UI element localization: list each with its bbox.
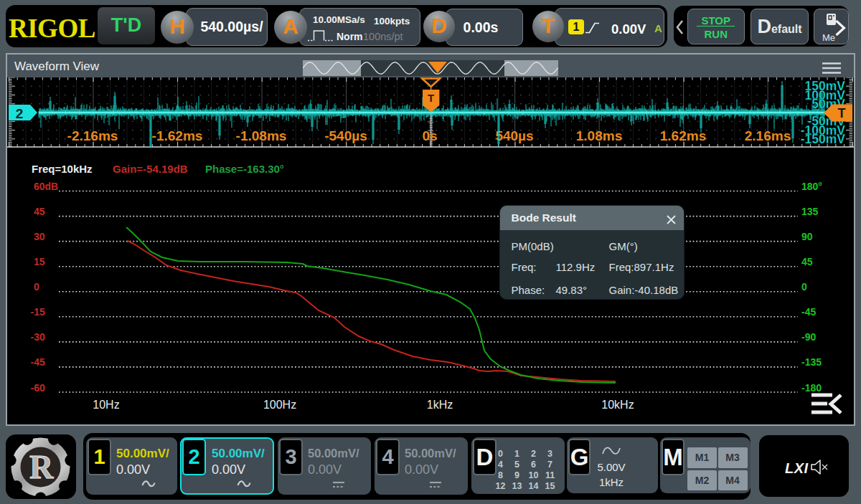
svg-text:10kHz: 10kHz xyxy=(601,399,634,411)
svg-text:-45: -45 xyxy=(31,356,45,368)
svg-text:2.16ms: 2.16ms xyxy=(745,128,791,143)
svg-text:135: 135 xyxy=(801,206,819,217)
svg-text:1.08ms: 1.08ms xyxy=(576,128,622,143)
svg-text:Phase=-163.30°: Phase=-163.30° xyxy=(205,163,284,175)
svg-text:90: 90 xyxy=(801,231,813,242)
svg-text:45: 45 xyxy=(34,206,45,217)
svg-text:100Hz: 100Hz xyxy=(263,399,296,411)
svg-text:0s: 0s xyxy=(422,128,437,143)
svg-text:-90: -90 xyxy=(801,331,816,343)
svg-text:-1.62ms: -1.62ms xyxy=(152,128,203,143)
svg-text:-150mV: -150mV xyxy=(801,132,846,146)
svg-text:-15: -15 xyxy=(31,306,45,318)
svg-text:60dB: 60dB xyxy=(34,181,58,192)
svg-text:-2.16ms: -2.16ms xyxy=(67,128,118,143)
svg-text:0: 0 xyxy=(34,281,39,293)
svg-text:-30: -30 xyxy=(31,331,45,343)
svg-text:1kHz: 1kHz xyxy=(427,399,453,411)
svg-text:1.62ms: 1.62ms xyxy=(660,128,706,143)
svg-text:-135: -135 xyxy=(801,356,822,368)
svg-text:T: T xyxy=(838,106,846,120)
svg-text:0: 0 xyxy=(801,281,807,293)
svg-text:540µs: 540µs xyxy=(495,128,533,143)
svg-text:2: 2 xyxy=(16,106,24,121)
svg-text:Freq=10kHz: Freq=10kHz xyxy=(32,163,93,175)
svg-text:-1.08ms: -1.08ms xyxy=(236,128,287,143)
svg-text:-540µs: -540µs xyxy=(324,128,367,143)
svg-text:180°: 180° xyxy=(801,181,822,192)
svg-text:10Hz: 10Hz xyxy=(93,399,119,411)
svg-text:-45: -45 xyxy=(801,306,816,318)
svg-text:15: 15 xyxy=(34,256,45,267)
svg-text:R: R xyxy=(29,449,54,485)
svg-text:-180: -180 xyxy=(801,382,822,394)
svg-text:T: T xyxy=(428,92,434,104)
svg-text:30: 30 xyxy=(34,231,45,242)
svg-text:45: 45 xyxy=(801,256,813,267)
svg-text:Gain=-54.19dB: Gain=-54.19dB xyxy=(113,163,188,175)
svg-text:-60: -60 xyxy=(31,382,45,394)
